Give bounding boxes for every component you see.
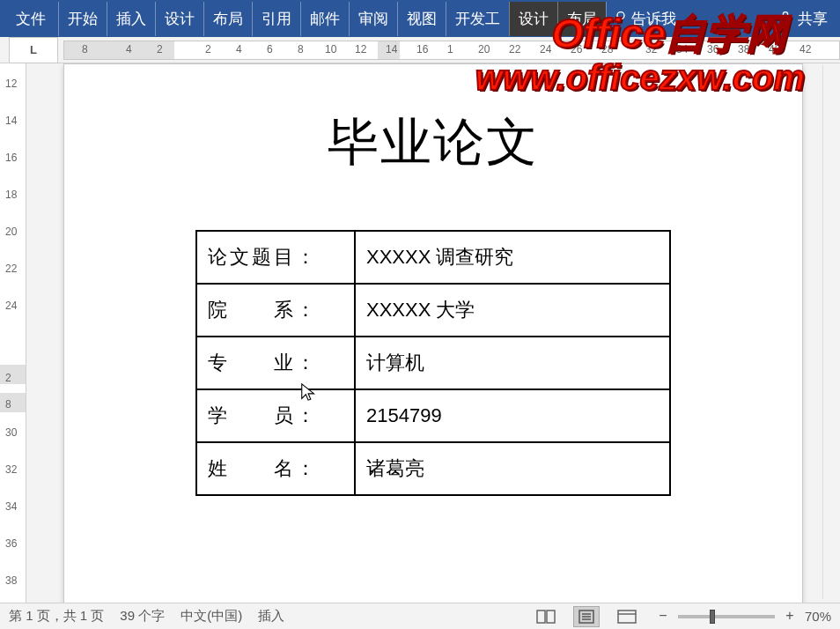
- ruler-tick: 2: [5, 372, 11, 384]
- ruler-tick: 8: [298, 43, 304, 56]
- ribbon-tab-review[interactable]: 审阅: [349, 2, 397, 36]
- ribbon-tab-view[interactable]: 视图: [397, 2, 446, 36]
- table-cell-label[interactable]: 院 系：: [196, 284, 355, 337]
- table-row[interactable]: 论文题目： XXXXX 调查研究: [196, 231, 670, 284]
- ruler-tick: 20: [5, 226, 17, 238]
- ruler-tick: 32: [5, 463, 17, 476]
- ruler-tick: 34: [5, 500, 17, 513]
- file-tab[interactable]: 文件: [4, 2, 58, 36]
- watermark-url: www.officezxw.com: [475, 58, 805, 98]
- table-cell-label[interactable]: 学 员：: [196, 389, 355, 442]
- share-label: 共享: [798, 9, 828, 29]
- read-mode-button[interactable]: [534, 607, 558, 626]
- table-cell-value[interactable]: 诸葛亮: [355, 442, 670, 495]
- ruler-tick: 24: [540, 43, 551, 56]
- ruler-tick: 2: [157, 43, 163, 56]
- svg-rect-2: [537, 610, 545, 623]
- ribbon-tab-home[interactable]: 开始: [58, 2, 107, 36]
- zoom-in-button[interactable]: +: [782, 609, 798, 625]
- watermark-text: Office自学网: [551, 7, 787, 62]
- ribbon-tab-layout[interactable]: 布局: [203, 2, 252, 36]
- ribbon-tab-insert[interactable]: 插入: [107, 2, 155, 36]
- status-insert-mode[interactable]: 插入: [258, 608, 284, 625]
- document-area[interactable]: 毕业论文 论文题目： XXXXX 调查研究 院 系： XXXXX 大学 专 业：…: [26, 63, 840, 603]
- table-cell-value[interactable]: 计算机: [355, 337, 670, 389]
- tab-selector[interactable]: L: [9, 37, 58, 63]
- table-row[interactable]: 专 业： 计算机: [196, 337, 670, 389]
- ruler-tick: 12: [355, 43, 366, 56]
- web-layout-button[interactable]: [615, 607, 639, 626]
- ribbon-tab-mailings[interactable]: 邮件: [300, 2, 349, 36]
- table-row[interactable]: 院 系： XXXXX 大学: [196, 284, 670, 337]
- page[interactable]: 毕业论文 论文题目： XXXXX 调查研究 院 系： XXXXX 大学 专 业：…: [63, 63, 803, 603]
- zoom-slider-thumb[interactable]: [710, 610, 715, 624]
- ruler-tick: 12: [5, 78, 17, 90]
- ruler-tick: 6: [267, 43, 273, 56]
- table-row[interactable]: 学 员： 2154799: [196, 389, 670, 442]
- vertical-ruler[interactable]: 12 14 16 18 20 22 24 2 8 30 32 34 36 38: [0, 63, 26, 603]
- table-row[interactable]: 姓 名： 诸葛亮: [196, 442, 670, 495]
- ruler-tick: 38: [5, 574, 17, 587]
- table-cell-label[interactable]: 论文题目：: [196, 231, 355, 284]
- vertical-scrollbar[interactable]: [822, 65, 838, 599]
- print-layout-button[interactable]: [574, 607, 599, 626]
- ruler-tick: 22: [5, 263, 17, 275]
- ruler-tick: 8: [5, 398, 11, 411]
- status-word-count[interactable]: 39 个字: [120, 608, 165, 625]
- ribbon-tab-developer[interactable]: 开发工: [446, 2, 509, 36]
- table-cell-value[interactable]: XXXXX 大学: [355, 284, 670, 337]
- ruler-tick: 42: [799, 43, 811, 56]
- table-cell-value[interactable]: XXXXX 调查研究: [355, 231, 670, 284]
- ribbon-context-tab-design[interactable]: 设计: [509, 2, 557, 36]
- table-cell-label[interactable]: 专 业：: [196, 337, 355, 389]
- ruler-tick: 14: [5, 115, 17, 127]
- ruler-tick: 16: [5, 152, 17, 164]
- table-cell-label[interactable]: 姓 名：: [196, 442, 355, 495]
- ruler-tick: 4: [126, 43, 132, 56]
- workspace: 12 14 16 18 20 22 24 2 8 30 32 34 36 38 …: [0, 63, 840, 603]
- ruler-tick: 22: [509, 43, 520, 56]
- ruler-tick: 18: [5, 189, 17, 201]
- zoom-level[interactable]: 70%: [805, 609, 831, 624]
- svg-rect-8: [618, 610, 636, 623]
- ruler-tick: 14: [386, 43, 397, 56]
- ruler-tick: 10: [325, 43, 336, 56]
- status-bar: 第 1 页，共 1 页 39 个字 中文(中国) 插入 − + 70%: [0, 603, 840, 629]
- ruler-tick: 30: [5, 426, 17, 439]
- ribbon-tab-design[interactable]: 设计: [155, 2, 203, 36]
- document-title[interactable]: 毕业论文: [135, 108, 732, 177]
- ruler-tick: 16: [416, 43, 428, 56]
- table-cell-value[interactable]: 2154799: [355, 389, 670, 442]
- ruler-tick: 24: [5, 300, 17, 312]
- ruler-tick: 20: [478, 43, 490, 56]
- info-table[interactable]: 论文题目： XXXXX 调查研究 院 系： XXXXX 大学 专 业： 计算机 …: [195, 230, 671, 496]
- ruler-tick: 8: [82, 43, 88, 56]
- ruler-tick: 36: [5, 537, 17, 550]
- zoom-control: − + 70%: [655, 609, 831, 625]
- ribbon-tab-references[interactable]: 引用: [252, 2, 300, 36]
- status-page[interactable]: 第 1 页，共 1 页: [9, 608, 104, 625]
- ruler-tick: 4: [236, 43, 242, 56]
- ruler-tick: 1: [447, 43, 453, 56]
- svg-rect-3: [547, 610, 555, 623]
- status-language[interactable]: 中文(中国): [181, 608, 242, 625]
- zoom-slider-track[interactable]: [678, 615, 775, 618]
- ruler-tick: 2: [205, 43, 211, 56]
- zoom-out-button[interactable]: −: [655, 609, 671, 625]
